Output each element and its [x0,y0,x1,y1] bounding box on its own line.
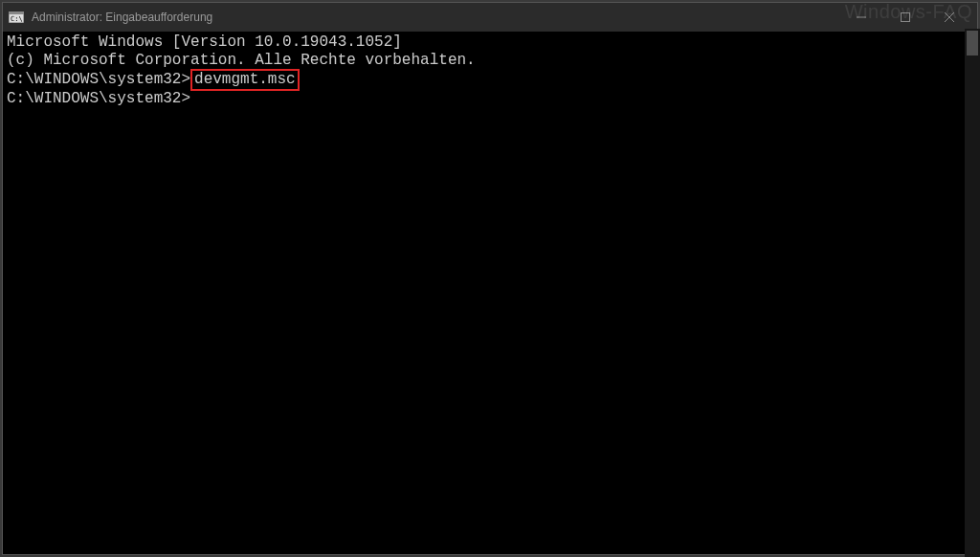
prompt-prefix: C:\WINDOWS\system32> [7,71,190,88]
maximize-button[interactable] [883,3,927,32]
svg-rect-4 [902,13,910,22]
app-icon: C:\ [9,11,24,24]
svg-text:C:\: C:\ [11,15,23,23]
window-title: Administrator: Eingabeaufforderung [32,11,212,24]
command-prompt-window: C:\ Administrator: Eingabeaufforderung M… [2,2,978,555]
svg-rect-1 [9,11,24,14]
prompt-line-2: C:\WINDOWS\system32> [7,90,973,108]
version-line: Microsoft Windows [Version 10.0.19043.10… [7,33,973,52]
vertical-scrollbar[interactable] [965,29,980,557]
close-button[interactable] [927,3,971,32]
copyright-line: (c) Microsoft Corporation. Alle Rechte v… [7,52,973,70]
prompt-line-1: C:\WINDOWS\system32>devmgmt.msc [7,70,973,90]
command-highlight: devmgmt.msc [190,69,300,91]
terminal-area[interactable]: Microsoft Windows [Version 10.0.19043.10… [3,32,977,554]
titlebar[interactable]: C:\ Administrator: Eingabeaufforderung [3,3,977,32]
scrollbar-thumb[interactable] [967,31,978,56]
minimize-button[interactable] [839,3,883,32]
window-controls [839,3,971,32]
